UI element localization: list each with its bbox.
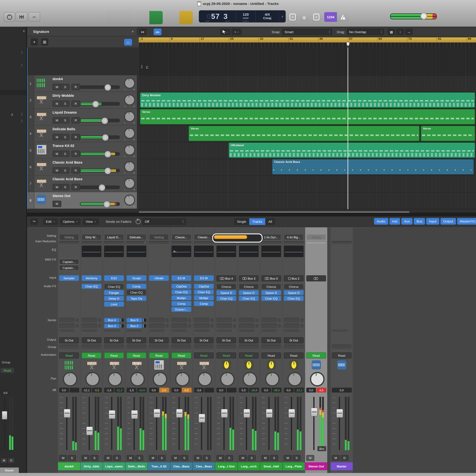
volume-db-value[interactable]: 0,0 [239, 388, 249, 392]
cycle-icon[interactable] [179, 11, 193, 24]
audio-fx-button[interactable]: Chan EQ [104, 284, 124, 289]
output-button[interactable]: St Out [261, 337, 281, 343]
mute-button[interactable]: M [52, 117, 61, 124]
fader-cap[interactable] [243, 409, 250, 418]
audio-fx-button[interactable]: Multipr [194, 295, 214, 300]
send-level-knob[interactable] [255, 318, 259, 322]
mute-solo-button[interactable]: M [171, 455, 179, 461]
mute-button[interactable]: M [52, 184, 61, 190]
mixer-toggle-button[interactable] [16, 12, 27, 22]
volume-db-value[interactable]: 0,0 [306, 388, 316, 392]
mute-solo-button[interactable]: S [90, 455, 98, 461]
volume-db-value[interactable]: -1,5 [126, 388, 136, 392]
send-slot[interactable] [194, 318, 214, 323]
fader-cap[interactable] [86, 426, 93, 435]
mute-solo-button[interactable]: M [149, 455, 157, 461]
mute-solo-button[interactable]: S [248, 455, 255, 461]
send-level-knob[interactable] [188, 318, 191, 322]
volume-db-value[interactable]: -1,5 [104, 388, 114, 392]
mute-button[interactable]: M [52, 84, 61, 90]
channel-name-tag[interactable]: Dirty...bble [81, 462, 103, 470]
peak-db-value[interactable] [204, 388, 214, 392]
mute-solo-button[interactable]: M [239, 455, 247, 461]
channel-name-tag[interactable]: Clas...Bass [193, 462, 215, 470]
audio-fx-button[interactable]: Space D [284, 290, 304, 295]
send-level-knob[interactable] [233, 318, 236, 322]
eq-thumbnail[interactable] [284, 246, 304, 257]
record-enable-button[interactable]: R [71, 84, 80, 90]
no-input-monitor-button[interactable]: ✕ [288, 12, 298, 22]
audio-fx-button[interactable]: Comp [194, 301, 214, 306]
send-bus-button[interactable] [82, 324, 97, 328]
horizontal-scrollbar[interactable] [139, 211, 409, 213]
automation-mode-button[interactable]: Read [284, 352, 304, 358]
cycle-range[interactable] [139, 37, 476, 43]
volume-db-value[interactable]: 0,0 [59, 388, 69, 392]
mute-solo-button[interactable]: M [127, 455, 135, 461]
setting-button[interactable]: Delicate... [127, 234, 146, 240]
region[interactable]: Ultrabeat [229, 142, 475, 158]
automation-mode-button[interactable]: Read [216, 352, 236, 358]
mute-solo-button[interactable]: S [158, 455, 166, 461]
input-slot[interactable]: Bus 2 [284, 275, 304, 281]
send-slot-small[interactable] [82, 329, 97, 332]
track-header[interactable]: 3 Liquid Dreams M S R LR [27, 109, 137, 125]
volume-db-value[interactable]: 0,0 [216, 388, 226, 392]
send-slot[interactable]: Bus 4 [104, 318, 124, 323]
send-bus-button[interactable] [261, 324, 277, 328]
input-slot[interactable]: Bus 5 [261, 275, 281, 281]
group-slot[interactable] [239, 345, 259, 349]
filter-button[interactable]: Input [426, 218, 439, 225]
output-button[interactable]: St Out [104, 337, 124, 343]
mute-solo-button[interactable]: D [341, 455, 349, 461]
input-slot[interactable]: ES M [171, 275, 191, 281]
send-bus-button[interactable] [216, 318, 232, 323]
fader-cap[interactable] [2, 411, 7, 420]
solo-button[interactable]: S [61, 84, 69, 90]
send-slot-small[interactable] [127, 329, 142, 332]
channel-strip[interactable]: Dirty W... Alchemy Chan EQ [81, 227, 103, 473]
send-slot[interactable] [59, 324, 79, 328]
send-slot[interactable] [82, 324, 102, 328]
send-slot-small[interactable] [104, 329, 120, 332]
pan-knob[interactable] [175, 372, 190, 387]
channel-strip[interactable]: Bus 3 ChorusSpace DChan EQ [238, 227, 260, 473]
sends-on-faders-dropdown[interactable]: Off∧∨ [142, 218, 186, 225]
track-pan-knob[interactable]: LR [124, 195, 135, 205]
audio-fx-button[interactable]: Space D [239, 290, 259, 295]
track-volume-slider[interactable] [80, 169, 120, 172]
track-header[interactable]: 8 Stereo Out M S R LR [27, 192, 137, 209]
bar-ruler[interactable]: 1917253341495765738189 [139, 37, 476, 48]
dim-button[interactable]: D [8, 458, 15, 463]
volume-knob[interactable] [421, 13, 427, 19]
send-level-knob[interactable] [143, 324, 146, 328]
mute-solo-button[interactable]: S [225, 455, 233, 461]
send-slot-small[interactable] [59, 329, 75, 332]
mute-solo-button[interactable]: S [135, 455, 143, 461]
record-icon[interactable] [166, 11, 179, 24]
volume-db-value[interactable]: -12,1 [82, 388, 91, 392]
input-slot[interactable]: Bus 3 [239, 275, 259, 281]
send-slot-small[interactable] [216, 329, 232, 332]
rewind-icon[interactable] [106, 11, 119, 24]
drag-dropdown[interactable]: No Overlap∧∨ [347, 29, 384, 35]
mute-button[interactable]: M [52, 201, 61, 207]
track-pan-knob[interactable]: LR [124, 178, 135, 189]
channel-strip[interactable]: Setting Captain...Captain... Sampler [58, 227, 80, 473]
audio-fx-button[interactable]: Chorus [239, 284, 259, 289]
setting-button[interactable]: Setting [59, 234, 79, 240]
audio-fx-button[interactable]: Space D [216, 290, 236, 295]
output-button[interactable]: St Out [171, 337, 191, 343]
automation-mode-button[interactable]: Read [171, 352, 191, 358]
fader-cap[interactable] [176, 409, 183, 418]
track-volume-knob[interactable] [104, 201, 110, 208]
mute-solo-button[interactable]: M [261, 455, 269, 461]
channel-strip[interactable]: Classic... ES M ClipDistChan EQMultiprCo… [170, 227, 192, 473]
midi-fx-button[interactable]: Captain... [59, 265, 79, 270]
volume-db-value[interactable]: -3,6 [194, 388, 204, 392]
fader-cap[interactable] [289, 409, 295, 418]
track-pan-knob[interactable]: LR [124, 145, 135, 155]
solo-button[interactable]: S [61, 134, 69, 140]
group-slot[interactable] [194, 345, 214, 349]
channel-name-tag[interactable]: Clas...Bass [170, 462, 192, 470]
